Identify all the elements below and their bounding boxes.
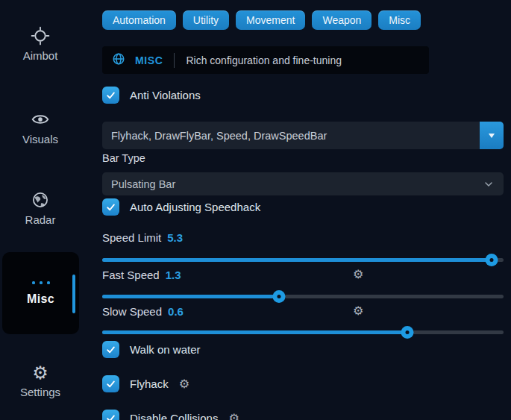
walk-on-water-row: Walk on water: [102, 341, 200, 358]
tab-movement[interactable]: Movement: [236, 10, 305, 30]
tab-misc[interactable]: Misc: [378, 10, 421, 30]
slider-fill: [102, 258, 492, 262]
bar-type-selected: Pulsating Bar: [111, 178, 175, 190]
sidebar-item-aimbot[interactable]: Aimbot: [0, 26, 81, 62]
slider-fill: [102, 295, 279, 298]
sidebar-item-radar[interactable]: Radar: [0, 190, 81, 226]
fast-speed-gear-icon[interactable]: ⚙: [353, 269, 363, 280]
disable-collisions-gear-icon[interactable]: ⚙: [228, 413, 239, 420]
flyhack-row: Flyhack ⚙: [102, 375, 189, 392]
auto-adjusting-speedhack-row: Auto Adjusting Speedhack: [102, 198, 260, 216]
slow-speed-label: Slow Speed: [102, 305, 162, 318]
slider-fill: [102, 330, 407, 334]
section-title: MISC: [135, 54, 163, 66]
sidebar-item-label: Misc: [27, 292, 54, 306]
anti-violations-row: Anti Violations: [102, 87, 201, 104]
fast-speed-value: 1.3: [166, 269, 181, 281]
walk-on-water-checkbox[interactable]: [102, 341, 119, 358]
fast-speed-labelrow: Fast Speed 1.3: [102, 269, 181, 281]
sidebar-item-visuals[interactable]: Visuals: [0, 110, 81, 145]
auto-adjusting-speedhack-label: Auto Adjusting Speedhack: [130, 201, 260, 213]
anti-violations-checkbox[interactable]: [102, 87, 119, 104]
section-header: MISC Rich configuration and fine-tuning: [102, 46, 429, 74]
section-subtitle: Rich configuration and fine-tuning: [186, 54, 342, 66]
disable-collisions-checkbox[interactable]: [102, 410, 119, 420]
slow-speed-slider[interactable]: [102, 326, 504, 339]
check-icon: [105, 90, 116, 101]
eye-icon: [31, 110, 50, 129]
flyhack-gear-icon[interactable]: ⚙: [179, 378, 189, 390]
sidebar-item-label: Radar: [25, 213, 56, 226]
auto-adjusting-speedhack-checkbox[interactable]: [102, 198, 119, 216]
active-indicator: [72, 275, 75, 313]
sidebar-item-misc-active[interactable]: Misc: [2, 252, 79, 334]
speed-limit-label: Speed Limit: [102, 231, 161, 244]
slow-speed-labelrow: Slow Speed 0.6: [102, 305, 184, 318]
tab-weapon[interactable]: Weapon: [312, 10, 372, 30]
sidebar-item-label: Visuals: [22, 133, 58, 145]
speed-limit-value: 5.3: [167, 231, 183, 244]
fast-speed-label: Fast Speed: [102, 269, 160, 281]
slider-thumb[interactable]: [401, 326, 413, 339]
bar-type-select[interactable]: Pulsating Bar: [102, 172, 504, 195]
disable-collisions-label: Disable Collisions: [130, 412, 218, 420]
divider: [174, 53, 175, 68]
anti-violations-label: Anti Violations: [130, 89, 201, 101]
slider-thumb[interactable]: [485, 254, 498, 266]
speed-limit-labelrow: Speed Limit 5.3: [102, 231, 183, 244]
slider-thumb[interactable]: [272, 290, 285, 303]
check-icon: [105, 201, 116, 213]
slow-speed-value: 0.6: [168, 305, 184, 318]
tab-utility[interactable]: Utility: [183, 10, 229, 30]
walk-on-water-label: Walk on water: [130, 343, 200, 356]
crosshair-icon: [31, 26, 50, 46]
check-icon: [105, 413, 116, 420]
check-icon: [105, 378, 116, 389]
sidebar-item-settings[interactable]: ⚙ Settings: [0, 364, 81, 398]
gear-icon: ⚙: [32, 364, 48, 382]
tab-automation[interactable]: Automation: [102, 10, 176, 30]
fast-speed-slider[interactable]: [102, 290, 504, 303]
slow-speed-gear-icon[interactable]: ⚙: [353, 305, 363, 317]
bar-flags-input[interactable]: Flyhack, DrawFlyBar, Speed, DrawSpeedBar: [102, 122, 504, 149]
category-tabs: Automation Utility Movement Weapon Misc: [102, 10, 421, 30]
speed-limit-slider[interactable]: [102, 254, 504, 266]
disable-collisions-row: Disable Collisions ⚙: [102, 410, 239, 420]
bar-type-label: Bar Type: [102, 152, 145, 164]
sidebar-item-label: Settings: [20, 386, 60, 398]
triangle-down-icon: [486, 131, 497, 141]
check-icon: [105, 344, 116, 355]
bar-flags-value: Flyhack, DrawFlyBar, Speed, DrawSpeedBar: [102, 130, 480, 142]
flyhack-checkbox[interactable]: [102, 375, 119, 392]
bar-flags-dropdown-button[interactable]: [480, 122, 504, 149]
globe-icon: [31, 190, 50, 210]
globe-icon: [112, 52, 125, 69]
ellipsis-icon: [32, 281, 50, 284]
flyhack-label: Flyhack: [130, 377, 169, 390]
chevron-down-icon: [483, 178, 495, 190]
sidebar-item-label: Aimbot: [23, 49, 58, 62]
